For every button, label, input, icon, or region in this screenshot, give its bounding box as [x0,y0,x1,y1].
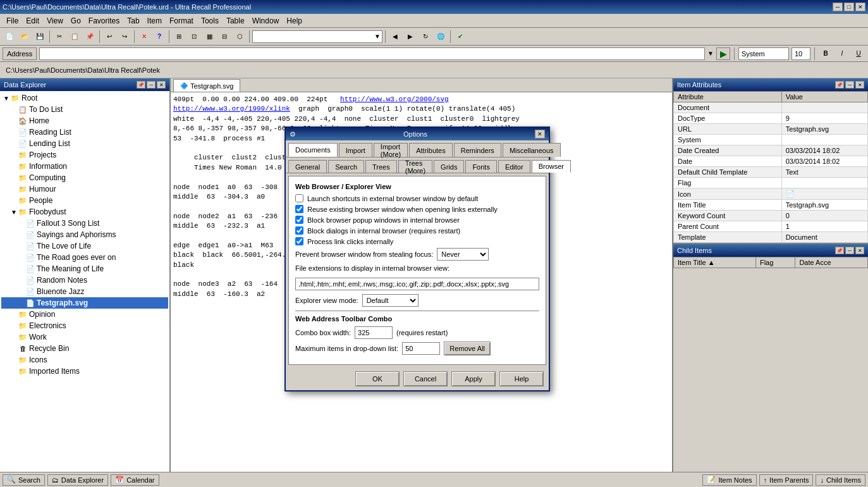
checkbox-process-links[interactable] [295,237,303,245]
max-items-label: Maximum items in drop-down list: [295,345,398,352]
dialog-overlay: ⚙ Options ✕ Documents Import Import (Mor… [0,0,868,487]
subtab-grids[interactable]: Grids [434,160,464,173]
help-button[interactable]: Help [499,371,544,386]
file-ext-row: File extensions to display in internal b… [295,264,539,290]
explorer-mode-row: Explorer view mode: Default WebBrowser E… [295,294,539,307]
combo-width-note: (requires restart) [396,329,448,336]
combo-width-row: Combo box width: (requires restart) [295,326,539,339]
dialog-close-button[interactable]: ✕ [535,130,545,139]
prevent-row: Prevent browser window from stealing foc… [295,248,539,261]
remove-all-button[interactable]: Remove All [444,342,491,355]
subtab-trees[interactable]: Trees [365,160,397,173]
dialog-icon: ⚙ [290,130,296,139]
checkbox-row-1: Launch shortcuts in external browser win… [295,194,539,202]
options-dialog: ⚙ Options ✕ Documents Import Import (Mor… [284,126,550,391]
tab-miscellaneous[interactable]: Miscellaneous [503,143,561,157]
prevent-select[interactable]: Never Always Sometimes [437,248,489,261]
checkbox-label-3: Block browser popup windows in internal … [307,216,460,224]
subtab-fonts[interactable]: Fonts [465,160,497,173]
file-ext-label: File extensions to display in internal b… [295,264,449,272]
dialog-title-controls: ✕ [535,130,545,139]
checkbox-block-dialogs[interactable] [295,226,303,235]
tab-import-more[interactable]: Import (More) [374,143,408,157]
section-title-webbrowser: Web Browser / Explorer View [295,183,539,190]
explorer-mode-select[interactable]: Default WebBrowser Explorer [362,294,419,307]
dialog-content: Web Browser / Explorer View Launch short… [288,176,546,365]
file-ext-input[interactable] [295,278,539,290]
apply-button[interactable]: Apply [451,371,496,386]
checkbox-row-2: Reuse existing browser window when openi… [295,205,539,213]
cancel-button[interactable]: Cancel [403,371,448,386]
max-items-row: Maximum items in drop-down list: Remove … [295,342,539,355]
subtab-search[interactable]: Search [328,160,364,173]
prevent-label: Prevent browser window from stealing foc… [295,250,433,258]
tab-import[interactable]: Import [339,143,372,157]
subtab-trees-more[interactable]: Trees (More) [398,160,432,173]
checkbox-reuse-browser[interactable] [295,205,303,213]
checkbox-label-1: Launch shortcuts in external browser win… [307,195,478,202]
dialog-subtab-bar: General Search Trees Trees (More) Grids … [286,157,549,173]
checkbox-label-2: Reuse existing browser window when openi… [307,206,498,213]
checkbox-row-5: Process link clicks internally [295,237,539,245]
tab-reminders[interactable]: Reminders [454,143,501,157]
tab-attributes[interactable]: Attributes [409,143,452,157]
checkbox-row-4: Block dialogs in internal browser (requi… [295,226,539,235]
combo-width-label: Combo box width: [295,329,351,336]
subtab-general[interactable]: General [288,160,327,173]
dialog-title-bar: ⚙ Options ✕ [286,128,549,140]
subtab-browser[interactable]: Browser [532,160,571,173]
ok-button[interactable]: OK [355,371,400,386]
dialog-title-text: Options [403,130,427,138]
dialog-tab-bar: Documents Import Import (More) Attribute… [286,140,549,157]
max-items-input[interactable] [402,342,440,355]
checkbox-label-4: Block dialogs in internal browser (requi… [307,227,460,235]
checkbox-label-5: Process link clicks internally [307,238,393,245]
combo-section-title: Web Address Toolbar Combo [295,315,539,323]
subtab-editor[interactable]: Editor [498,160,530,173]
checkbox-row-3: Block browser popup windows in internal … [295,216,539,224]
explorer-mode-label: Explorer view mode: [295,297,358,304]
tab-documents[interactable]: Documents [288,143,338,157]
combo-width-input[interactable] [355,326,393,339]
checkbox-launch-shortcuts[interactable] [295,194,303,202]
dialog-separator [295,311,539,311]
checkbox-block-popup[interactable] [295,216,303,224]
dialog-footer: OK Cancel Apply Help [286,367,549,390]
